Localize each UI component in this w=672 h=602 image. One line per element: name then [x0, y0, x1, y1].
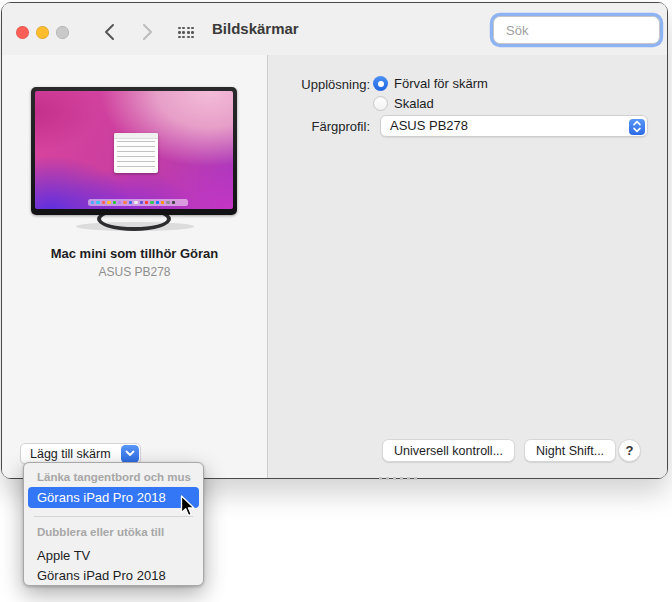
menu-section-header: Länka tangentbord och mus	[37, 471, 191, 483]
wallpaper-dock	[88, 199, 188, 206]
menu-divider	[34, 516, 193, 517]
add-display-label: Lägg till skärm	[30, 444, 111, 464]
titlebar[interactable]: Bildskärmar	[2, 3, 667, 56]
displays-preferences-window: Bildskärmar	[1, 2, 668, 479]
mouse-cursor-icon	[180, 495, 195, 517]
resolution-default-radio[interactable]	[373, 76, 388, 91]
window-title: Bildskärmar	[212, 3, 299, 55]
back-button[interactable]	[98, 21, 120, 43]
menu-item-ipad-mirror[interactable]: Görans iPad Pro 2018	[37, 566, 166, 586]
color-profile-label: Färgprofil:	[267, 119, 370, 134]
minimize-button[interactable]	[36, 26, 49, 39]
add-display-badge	[121, 445, 139, 463]
close-button[interactable]	[16, 26, 29, 39]
display-profile: ASUS PB278	[2, 265, 267, 279]
color-profile-select[interactable]: ASUS PB278	[380, 115, 648, 137]
monitor-preview	[31, 87, 237, 215]
forward-button[interactable]	[136, 21, 158, 43]
monitor-wallpaper	[35, 91, 233, 209]
wallpaper-window-titlebar	[114, 133, 158, 139]
menu-item-ipad-link[interactable]: Görans iPad Pro 2018	[28, 487, 199, 508]
universal-control-button[interactable]: Universell kontroll...	[382, 439, 515, 462]
search-input[interactable]	[501, 23, 667, 38]
display-name: Mac mini som tillhör Göran	[2, 246, 267, 261]
resolution-label: Upplösning:	[267, 77, 370, 92]
chevron-right-icon	[142, 23, 153, 41]
chevron-left-icon	[104, 23, 115, 41]
resolution-scaled-radio[interactable]	[373, 96, 388, 111]
color-profile-value: ASUS PB278	[390, 116, 468, 136]
show-all-grid-icon[interactable]	[177, 26, 195, 39]
resolution-scaled-label[interactable]: Skalad	[394, 96, 434, 111]
search-field[interactable]	[493, 16, 660, 44]
resolution-default-label[interactable]: Förval för skärm	[394, 76, 488, 91]
menu-item-apple-tv[interactable]: Apple TV	[37, 546, 90, 566]
wallpaper-document-window	[114, 133, 158, 173]
updown-chevrons-icon	[632, 120, 642, 133]
select-stepper-badge	[629, 119, 645, 135]
night-shift-button[interactable]: Night Shift...	[524, 439, 616, 462]
help-button[interactable]: ?	[618, 439, 641, 462]
add-display-button[interactable]: Lägg till skärm	[20, 443, 141, 464]
window-inner: Bildskärmar	[2, 3, 667, 478]
menu-section-header: Dubblera eller utöka till	[37, 526, 164, 538]
add-display-menu: Länka tangentbord och mus Görans iPad Pr…	[23, 462, 204, 586]
fullscreen-button-disabled[interactable]	[56, 26, 69, 39]
chevron-down-icon	[125, 450, 135, 457]
window-bottom-artifact	[379, 477, 421, 480]
wallpaper-window-textlines	[117, 141, 155, 169]
